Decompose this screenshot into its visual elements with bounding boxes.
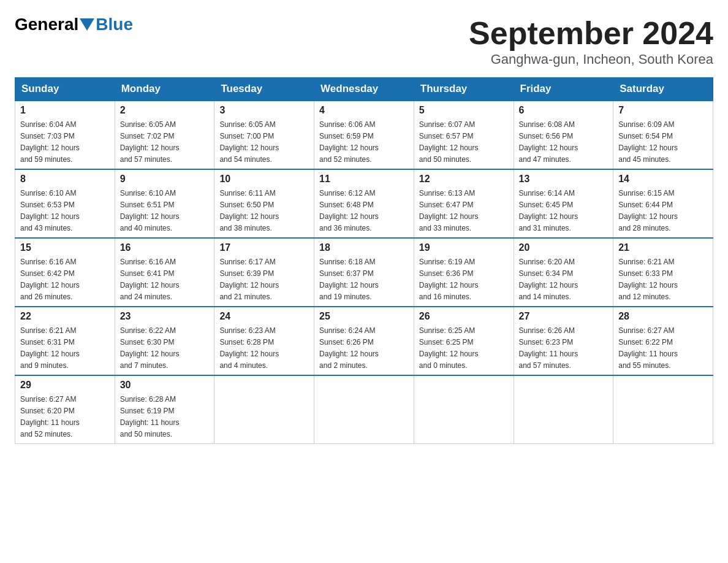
day-cell: 8Sunrise: 6:10 AMSunset: 6:53 PMDaylight… xyxy=(15,169,115,238)
day-number: 9 xyxy=(120,174,210,185)
day-number: 1 xyxy=(20,105,110,116)
day-cell: 21Sunrise: 6:21 AMSunset: 6:33 PMDayligh… xyxy=(613,238,713,307)
location-text: Ganghwa-gun, Incheon, South Korea xyxy=(469,52,713,67)
day-number: 22 xyxy=(20,311,110,322)
day-number: 6 xyxy=(519,105,609,116)
day-cell: 12Sunrise: 6:13 AMSunset: 6:47 PMDayligh… xyxy=(414,169,514,238)
day-number: 8 xyxy=(20,174,110,185)
day-info: Sunrise: 6:24 AMSunset: 6:26 PMDaylight:… xyxy=(319,326,379,370)
day-number: 13 xyxy=(519,174,609,185)
day-cell: 3Sunrise: 6:05 AMSunset: 7:00 PMDaylight… xyxy=(214,101,314,169)
day-cell: 22Sunrise: 6:21 AMSunset: 6:31 PMDayligh… xyxy=(15,307,115,375)
day-number: 14 xyxy=(618,174,708,185)
day-info: Sunrise: 6:07 AMSunset: 6:57 PMDaylight:… xyxy=(419,120,479,164)
day-cell: 25Sunrise: 6:24 AMSunset: 6:26 PMDayligh… xyxy=(314,307,414,375)
day-info: Sunrise: 6:08 AMSunset: 6:56 PMDaylight:… xyxy=(519,120,578,164)
day-number: 5 xyxy=(419,105,509,116)
day-number: 20 xyxy=(519,242,609,253)
day-cell: 5Sunrise: 6:07 AMSunset: 6:57 PMDaylight… xyxy=(414,101,514,169)
day-info: Sunrise: 6:21 AMSunset: 6:31 PMDaylight:… xyxy=(20,326,80,370)
day-cell: 15Sunrise: 6:16 AMSunset: 6:42 PMDayligh… xyxy=(15,238,115,307)
logo: General Blue xyxy=(15,15,133,34)
day-number: 28 xyxy=(618,311,708,322)
logo-general-text: General xyxy=(15,15,78,34)
day-number: 18 xyxy=(319,242,409,253)
day-info: Sunrise: 6:06 AMSunset: 6:59 PMDaylight:… xyxy=(319,120,379,164)
header-cell-friday: Friday xyxy=(514,78,613,101)
day-info: Sunrise: 6:16 AMSunset: 6:42 PMDaylight:… xyxy=(20,258,80,301)
week-row-5: 29Sunrise: 6:27 AMSunset: 6:20 PMDayligh… xyxy=(15,375,713,444)
day-cell: 13Sunrise: 6:14 AMSunset: 6:45 PMDayligh… xyxy=(514,169,613,238)
week-row-3: 15Sunrise: 6:16 AMSunset: 6:42 PMDayligh… xyxy=(15,238,713,307)
day-info: Sunrise: 6:15 AMSunset: 6:44 PMDaylight:… xyxy=(618,189,678,232)
day-info: Sunrise: 6:26 AMSunset: 6:23 PMDaylight:… xyxy=(519,326,578,370)
day-cell: 6Sunrise: 6:08 AMSunset: 6:56 PMDaylight… xyxy=(514,101,613,169)
day-info: Sunrise: 6:04 AMSunset: 7:03 PMDaylight:… xyxy=(20,120,80,164)
day-info: Sunrise: 6:10 AMSunset: 6:53 PMDaylight:… xyxy=(20,189,80,232)
day-info: Sunrise: 6:28 AMSunset: 6:19 PMDaylight:… xyxy=(120,395,180,439)
day-info: Sunrise: 6:12 AMSunset: 6:48 PMDaylight:… xyxy=(319,189,379,232)
day-cell: 23Sunrise: 6:22 AMSunset: 6:30 PMDayligh… xyxy=(115,307,214,375)
header-cell-wednesday: Wednesday xyxy=(314,78,414,101)
calendar-table: SundayMondayTuesdayWednesdayThursdayFrid… xyxy=(15,77,713,444)
header-cell-sunday: Sunday xyxy=(15,78,115,101)
week-row-2: 8Sunrise: 6:10 AMSunset: 6:53 PMDaylight… xyxy=(15,169,713,238)
header-cell-thursday: Thursday xyxy=(414,78,514,101)
logo-triangle-icon xyxy=(80,18,94,31)
day-cell xyxy=(414,375,514,444)
day-info: Sunrise: 6:21 AMSunset: 6:33 PMDaylight:… xyxy=(618,258,678,301)
day-info: Sunrise: 6:20 AMSunset: 6:34 PMDaylight:… xyxy=(519,258,578,301)
day-number: 26 xyxy=(419,311,509,322)
day-info: Sunrise: 6:17 AMSunset: 6:39 PMDaylight:… xyxy=(219,258,279,301)
day-cell xyxy=(613,375,713,444)
day-info: Sunrise: 6:13 AMSunset: 6:47 PMDaylight:… xyxy=(419,189,479,232)
day-number: 17 xyxy=(219,242,309,253)
day-cell: 20Sunrise: 6:20 AMSunset: 6:34 PMDayligh… xyxy=(514,238,613,307)
day-number: 4 xyxy=(319,105,409,116)
day-info: Sunrise: 6:05 AMSunset: 7:02 PMDaylight:… xyxy=(120,120,180,164)
week-row-1: 1Sunrise: 6:04 AMSunset: 7:03 PMDaylight… xyxy=(15,101,713,169)
title-section: September 2024 Ganghwa-gun, Incheon, Sou… xyxy=(469,15,713,67)
day-number: 21 xyxy=(618,242,708,253)
day-info: Sunrise: 6:18 AMSunset: 6:37 PMDaylight:… xyxy=(319,258,379,301)
day-number: 19 xyxy=(419,242,509,253)
day-cell: 30Sunrise: 6:28 AMSunset: 6:19 PMDayligh… xyxy=(115,375,214,444)
day-info: Sunrise: 6:14 AMSunset: 6:45 PMDaylight:… xyxy=(519,189,578,232)
day-cell: 10Sunrise: 6:11 AMSunset: 6:50 PMDayligh… xyxy=(214,169,314,238)
header-cell-saturday: Saturday xyxy=(613,78,713,101)
day-cell xyxy=(314,375,414,444)
logo-blue-text: Blue xyxy=(96,15,133,34)
day-cell: 16Sunrise: 6:16 AMSunset: 6:41 PMDayligh… xyxy=(115,238,214,307)
day-number: 11 xyxy=(319,174,409,185)
day-info: Sunrise: 6:10 AMSunset: 6:51 PMDaylight:… xyxy=(120,189,180,232)
header-row: SundayMondayTuesdayWednesdayThursdayFrid… xyxy=(15,78,713,101)
week-row-4: 22Sunrise: 6:21 AMSunset: 6:31 PMDayligh… xyxy=(15,307,713,375)
day-cell xyxy=(514,375,613,444)
day-cell: 27Sunrise: 6:26 AMSunset: 6:23 PMDayligh… xyxy=(514,307,613,375)
day-info: Sunrise: 6:16 AMSunset: 6:41 PMDaylight:… xyxy=(120,258,180,301)
day-number: 23 xyxy=(120,311,210,322)
day-info: Sunrise: 6:09 AMSunset: 6:54 PMDaylight:… xyxy=(618,120,678,164)
day-number: 16 xyxy=(120,242,210,253)
day-cell: 9Sunrise: 6:10 AMSunset: 6:51 PMDaylight… xyxy=(115,169,214,238)
day-info: Sunrise: 6:27 AMSunset: 6:22 PMDaylight:… xyxy=(618,326,678,370)
day-cell: 24Sunrise: 6:23 AMSunset: 6:28 PMDayligh… xyxy=(214,307,314,375)
day-number: 25 xyxy=(319,311,409,322)
day-info: Sunrise: 6:25 AMSunset: 6:25 PMDaylight:… xyxy=(419,326,479,370)
day-number: 27 xyxy=(519,311,609,322)
day-info: Sunrise: 6:22 AMSunset: 6:30 PMDaylight:… xyxy=(120,326,180,370)
day-cell: 29Sunrise: 6:27 AMSunset: 6:20 PMDayligh… xyxy=(15,375,115,444)
header-cell-tuesday: Tuesday xyxy=(214,78,314,101)
day-cell: 7Sunrise: 6:09 AMSunset: 6:54 PMDaylight… xyxy=(613,101,713,169)
day-cell: 19Sunrise: 6:19 AMSunset: 6:36 PMDayligh… xyxy=(414,238,514,307)
page-header: General Blue September 2024 Ganghwa-gun,… xyxy=(15,15,713,67)
day-number: 29 xyxy=(20,380,110,391)
day-number: 30 xyxy=(120,380,210,391)
day-number: 3 xyxy=(219,105,309,116)
day-info: Sunrise: 6:23 AMSunset: 6:28 PMDaylight:… xyxy=(219,326,279,370)
day-cell: 17Sunrise: 6:17 AMSunset: 6:39 PMDayligh… xyxy=(214,238,314,307)
day-cell: 26Sunrise: 6:25 AMSunset: 6:25 PMDayligh… xyxy=(414,307,514,375)
day-number: 2 xyxy=(120,105,210,116)
day-cell: 2Sunrise: 6:05 AMSunset: 7:02 PMDaylight… xyxy=(115,101,214,169)
header-cell-monday: Monday xyxy=(115,78,214,101)
